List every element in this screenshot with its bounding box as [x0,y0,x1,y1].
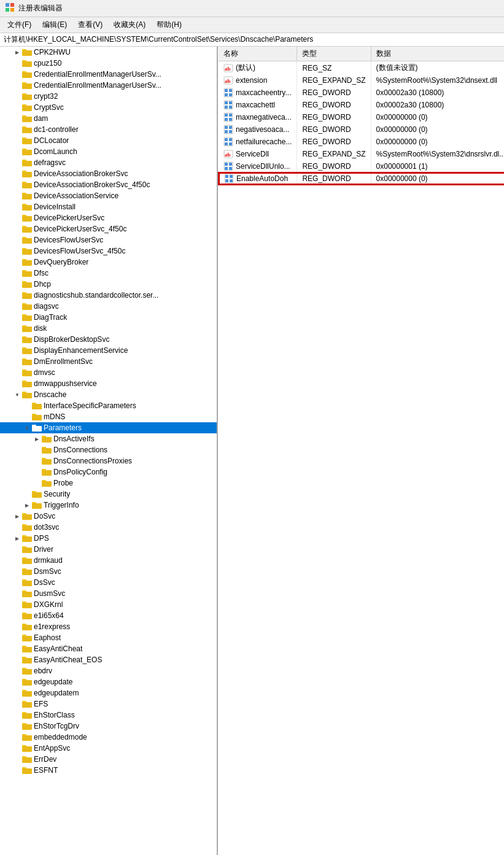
tree-item[interactable]: DevicesFlowUserSvc [0,234,217,246]
tree-item[interactable]: disk [0,323,217,334]
tree-item[interactable]: DmEnrollmentSvc [0,356,217,367]
tree-item[interactable]: DevQueryBroker [0,257,217,268]
tree-item[interactable]: EhStorClass [0,710,217,721]
reg-data: 0x00000000 (0) [371,111,504,123]
tree-item[interactable]: CryptSvc [0,102,217,113]
menu-item[interactable]: 查看(V) [73,18,107,31]
tree-item[interactable]: DeviceAssociationBrokerSvc [0,168,217,179]
tree-item[interactable]: dot3svc [0,522,217,533]
reg-data: 0x00002a30 (10800) [371,87,504,99]
table-row[interactable]: ab (默认)REG_SZ(数值未设置) [219,61,504,75]
menu-item[interactable]: 编辑(E) [37,18,72,31]
tree-item[interactable]: EntAppSvc [0,743,217,754]
tree-item[interactable]: EhStorTcgDrv [0,721,217,732]
tree-item[interactable]: cpuz150 [0,58,217,69]
tree-item[interactable]: diagsvc [0,301,217,312]
tree-expander[interactable] [12,390,22,400]
table-row[interactable]: netfailurecache...REG_DWORD0x00000000 (0… [219,136,504,148]
registry-pane[interactable]: 名称 类型 数据 ab (默认)REG_SZ(数值未设置) ab extensi… [218,47,504,855]
tree-item[interactable]: edgeupdate [0,676,217,687]
svg-rect-183 [22,702,32,708]
table-row[interactable]: EnableAutoDohREG_DWORD0x00000000 (0) [219,172,504,185]
tree-item[interactable]: ESFNT [0,765,217,776]
tree-item[interactable]: DusmSvc [0,588,217,599]
tree-item[interactable]: CredentialEnrollmentManagerUserSv... [0,69,217,80]
tree-item[interactable]: dam [0,113,217,124]
tree-item[interactable]: DevicePickerUserSvc [0,212,217,223]
tree-item[interactable]: DsmSvc [0,566,217,577]
tree-item[interactable]: DispBrokerDesktopSvc [0,334,217,345]
tree-item[interactable]: embeddedmode [0,732,217,743]
tree-item[interactable]: edgeupdatem [0,687,217,698]
tree-item[interactable]: drmkaud [0,555,217,566]
folder-icon [22,346,32,355]
tree-item[interactable]: EFS [0,698,217,710]
tree-item[interactable]: DnsPolicyConfig [0,466,217,478]
tree-item[interactable]: DevicesFlowUserSvc_4f50c [0,246,217,257]
tree-expander[interactable] [32,434,42,444]
tree-item[interactable]: DisplayEnhancementService [0,345,217,356]
tree-item[interactable]: Dfsc [0,268,217,279]
tree-item[interactable]: Security [0,489,217,500]
tree-item[interactable]: DeviceInstall [0,201,217,212]
table-row[interactable]: ab extensionREG_EXPAND_SZ%SystemRoot%\Sy… [219,74,504,87]
tree-item[interactable]: DcomLaunch [0,146,217,157]
tree-item[interactable]: diagnosticshub.standardcollector.ser... [0,290,217,301]
menu-item[interactable]: 帮助(H) [152,18,187,31]
table-row[interactable]: maxnegativeca...REG_DWORD0x00000000 (0) [219,111,504,123]
tree-item-label: DeviceAssociationService [34,192,118,200]
svg-rect-162 [22,625,32,630]
tree-expander[interactable] [22,500,32,510]
tree-item-label: Probe [53,479,73,487]
tree-item[interactable]: dmvsc [0,367,217,378]
table-row[interactable]: maxcacheentry...REG_DWORD0x00002a30 (108… [219,87,504,99]
tree-item[interactable]: TriggerInfo [0,500,217,511]
tree-item[interactable]: dmwappushservice [0,378,217,389]
menu-item[interactable]: 文件(F) [2,18,36,31]
tree-item-label: DnsActiveIfs [53,435,95,443]
tree-item[interactable]: Dhcp [0,279,217,290]
table-row[interactable]: maxcachettlREG_DWORD0x00002a30 (10800) [219,99,504,111]
tree-expander[interactable] [12,511,22,521]
tree-expander[interactable] [12,533,22,543]
tree-item[interactable]: DeviceAssociationBrokerSvc_4f50c [0,179,217,190]
tree-item[interactable]: DnsConnectionsProxies [0,455,217,466]
tree-item[interactable]: defragsvc [0,157,217,168]
tree-item[interactable]: ebdrv [0,665,217,676]
tree-item[interactable]: CredentialEnrollmentManagerUserSv... [0,80,217,91]
tree-item[interactable]: DnsActiveIfs [0,433,217,444]
tree-item[interactable]: CPK2HWU [0,47,217,58]
tree-item[interactable]: crypt32 [0,91,217,102]
tree-item[interactable]: Probe [0,478,217,489]
tree-item[interactable]: DevicePickerUserSvc_4f50c [0,223,217,234]
tree-pane[interactable]: CPK2HWU cpuz150 CredentialEnrollmentMana… [0,47,218,855]
tree-item[interactable]: DCLocator [0,135,217,146]
tree-item[interactable]: DPS [0,533,217,544]
tree-item[interactable]: e1i65x64 [0,610,217,621]
tree-item[interactable]: Dnscache [0,389,217,400]
tree-item[interactable]: InterfaceSpecificParameters [0,400,217,411]
tree-item[interactable]: ErrDev [0,754,217,765]
tree-item[interactable]: DiagTrack [0,312,217,323]
tree-item[interactable]: Driver [0,544,217,555]
tree-item[interactable]: e1rexpress [0,621,217,632]
menu-item[interactable]: 收藏夹(A) [109,18,150,31]
tree-item[interactable]: DsSvc [0,577,217,588]
tree-item[interactable]: DoSvc [0,511,217,522]
tree-item[interactable]: Parameters [0,422,217,433]
tree-item[interactable]: EasyAntiCheat_EOS [0,654,217,665]
tree-item[interactable]: EasyAntiCheat [0,643,217,654]
table-row[interactable]: ServiceDllUnlo...REG_DWORD0x00000001 (1) [219,160,504,172]
tree-expander[interactable] [22,423,32,433]
folder-icon [32,412,42,421]
table-row[interactable]: negativesoacа...REG_DWORD0x00000000 (0) [219,123,504,136]
tree-expander[interactable] [12,47,22,57]
tree-item[interactable]: DXGKrnl [0,599,217,610]
svg-rect-189 [22,724,32,730]
tree-item[interactable]: DnsConnections [0,444,217,455]
tree-item[interactable]: dc1-controller [0,124,217,135]
table-row[interactable]: ab ServiceDllREG_EXPAND_SZ%SystemRoot%\S… [219,148,504,160]
tree-item[interactable]: Eaphost [0,632,217,643]
tree-item[interactable]: mDNS [0,411,217,422]
tree-item[interactable]: DeviceAssociationService [0,190,217,201]
